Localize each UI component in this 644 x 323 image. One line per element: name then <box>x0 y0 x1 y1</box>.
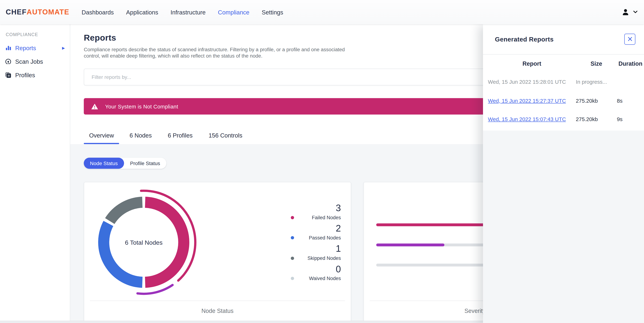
table-row: Wed, 15 Jun 2022 15:27:37 UTC275.20kb8s <box>488 91 644 110</box>
scanner-icon <box>5 58 11 64</box>
app-window: CHEFAUTOMATE DashboardsApplicationsInfra… <box>0 0 644 323</box>
table-row: Wed, 15 Jun 2022 15:28:01 UTCIn progress… <box>488 73 644 92</box>
sidebar-item-profiles[interactable]: Profiles <box>0 68 70 82</box>
toggle-profile-status[interactable]: Profile Status <box>124 158 166 169</box>
legend-dot-icon <box>291 236 294 240</box>
status-toggle: Node StatusProfile Status <box>84 158 166 169</box>
drawer-header: Generated Reports <box>483 24 644 54</box>
toggle-node-status[interactable]: Node Status <box>84 158 124 169</box>
drawer-title: Generated Reports <box>495 36 554 43</box>
card-footer: Node Status <box>90 300 345 314</box>
severity-bar-fill <box>376 244 444 246</box>
legend-label: Skipped Nodes <box>294 255 341 261</box>
legend-dot-icon <box>291 216 294 219</box>
column-header-duration: Duration <box>617 60 644 67</box>
page-description: Compliance reports describe the status o… <box>84 47 350 59</box>
legend-row: Passed Nodes <box>291 235 341 241</box>
report-link[interactable]: Wed, 15 Jun 2022 15:27:37 UTC <box>488 98 576 104</box>
bar-chart-icon <box>5 44 11 51</box>
brand-chef: CHEF <box>6 8 27 16</box>
user-avatar-icon[interactable] <box>622 8 630 16</box>
legend-value-passed-nodes: 2 <box>291 224 341 233</box>
tab-overview[interactable]: Overview <box>84 130 119 144</box>
node-status-card: 6 Total Nodes 3Failed Nodes2Passed Nodes… <box>84 182 351 323</box>
report-size: 275.20kb <box>576 98 617 104</box>
sidebar-item-label: Profiles <box>15 72 35 78</box>
table-row: Wed, 15 Jun 2022 15:07:43 UTC275.20kb9s <box>488 110 644 129</box>
tab-6-profiles[interactable]: 6 Profiles <box>162 130 198 144</box>
top-nav: CHEFAUTOMATE DashboardsApplicationsInfra… <box>0 0 644 24</box>
donut-legend: 3Failed Nodes2Passed Nodes1Skipped Nodes… <box>291 204 341 285</box>
close-button[interactable] <box>624 34 635 45</box>
legend-row: Waived Nodes <box>291 276 341 281</box>
caret-right-icon: ▶ <box>62 46 65 50</box>
sidebar-item-label: Reports <box>15 44 36 51</box>
generated-reports-panel: Generated Reports ReportSizeDurationWed,… <box>483 24 644 323</box>
primary-nav: DashboardsApplicationsInfrastructureComp… <box>82 9 283 15</box>
profiles-icon <box>5 72 11 78</box>
report-size: 275.20kb <box>576 116 617 122</box>
legend-value-failed-nodes: 3 <box>291 204 341 213</box>
sidebar-item-label: Scan Jobs <box>15 58 43 64</box>
legend-label: Passed Nodes <box>294 235 341 241</box>
report-size: In progress... <box>576 79 617 85</box>
sidebar-item-scan-jobs[interactable]: Scan Jobs <box>0 55 70 68</box>
legend-value-waived-nodes: 0 <box>291 265 341 274</box>
nav-item-dashboards[interactable]: Dashboards <box>82 9 114 15</box>
brand-logo[interactable]: CHEFAUTOMATE <box>6 8 69 16</box>
nav-item-applications[interactable]: Applications <box>126 9 158 15</box>
legend-dot-icon <box>291 256 294 260</box>
legend-dot-icon <box>291 277 294 280</box>
donut-center-label: 6 Total Nodes <box>86 185 201 300</box>
nav-item-settings[interactable]: Settings <box>262 9 283 15</box>
tab-156-controls[interactable]: 156 Controls <box>203 130 248 144</box>
legend-row: Skipped Nodes <box>291 255 341 261</box>
table-header-row: ReportSizeDuration <box>488 55 644 73</box>
column-header-report: Report <box>488 60 576 67</box>
report-label: Wed, 15 Jun 2022 15:28:01 UTC <box>488 79 576 85</box>
nav-item-infrastructure[interactable]: Infrastructure <box>170 9 206 15</box>
brand-automate: AUTOMATE <box>27 8 70 16</box>
report-duration: 8s <box>617 98 644 104</box>
legend-label: Waived Nodes <box>294 276 341 281</box>
tab-6-nodes[interactable]: 6 Nodes <box>124 130 158 144</box>
report-link[interactable]: Wed, 15 Jun 2022 15:07:43 UTC <box>488 116 576 122</box>
chevron-down-icon[interactable] <box>633 11 638 14</box>
column-header-size: Size <box>576 60 617 67</box>
legend-label: Failed Nodes <box>294 214 341 220</box>
sidebar-item-reports[interactable]: Reports▶ <box>0 41 70 55</box>
alert-text: Your System is Not Compliant <box>105 104 178 110</box>
nav-item-compliance[interactable]: Compliance <box>218 9 249 15</box>
sidebar-section-label: COMPLIANCE <box>6 32 70 37</box>
sidebar: COMPLIANCE Reports▶Scan JobsProfiles <box>0 24 70 323</box>
warning-icon <box>91 104 98 110</box>
generated-reports-table: ReportSizeDurationWed, 15 Jun 2022 15:28… <box>483 55 644 130</box>
user-menu[interactable] <box>622 8 638 16</box>
legend-value-skipped-nodes: 1 <box>291 244 341 254</box>
close-icon <box>628 36 632 42</box>
legend-row: Failed Nodes <box>291 214 341 220</box>
card-caption: Node Status <box>90 308 345 314</box>
report-duration: 9s <box>617 116 644 122</box>
